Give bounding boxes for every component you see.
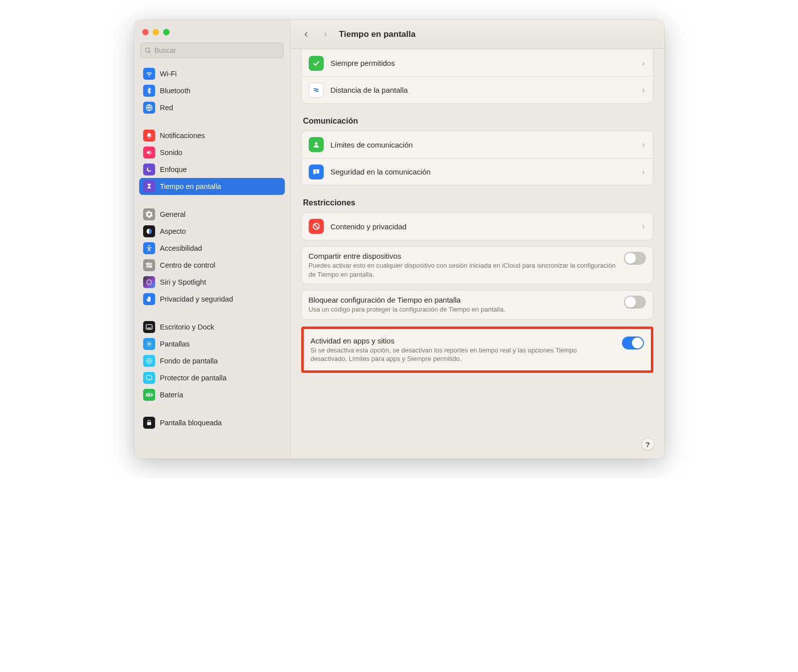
sidebar-item-bluetooth[interactable]: Bluetooth <box>139 82 285 99</box>
svg-rect-28 <box>152 394 152 396</box>
app-website-activity-toggle[interactable] <box>622 336 644 349</box>
svg-rect-33 <box>316 172 317 173</box>
svg-point-5 <box>148 245 150 247</box>
bell-icon <box>143 130 155 142</box>
sidebar-item-lockscreen[interactable]: Pantalla bloqueada <box>139 414 285 431</box>
sidebar-item-dock[interactable]: Escritorio y Dock <box>139 319 285 336</box>
highlighted-region: Actividad en apps y sitios Si se desacti… <box>301 327 653 373</box>
hand-icon <box>143 293 155 305</box>
sidebar-item-label: Red <box>160 104 174 112</box>
sidebar-item-label: Centro de control <box>160 261 215 269</box>
waves-icon <box>309 83 324 98</box>
back-button[interactable] <box>299 27 313 41</box>
row-comm-safety[interactable]: Seguridad en la comunicación › <box>302 158 653 185</box>
sidebar-item-network[interactable]: Red <box>139 99 285 116</box>
svg-line-19 <box>150 345 151 346</box>
search-icon <box>145 47 152 54</box>
lock-settings-card: Bloquear configuración de Tiempo en pant… <box>301 290 653 320</box>
chevron-right-icon: › <box>642 86 645 95</box>
sidebar-item-control-center[interactable]: Centro de control <box>139 257 285 274</box>
svg-point-9 <box>150 266 151 267</box>
section-communication-title: Comunicación <box>303 117 651 126</box>
svg-rect-32 <box>316 170 317 171</box>
sidebar-item-label: Bluetooth <box>160 87 191 95</box>
sidebar-item-label: Protector de pantalla <box>160 374 227 382</box>
sidebar-item-label: Aspecto <box>160 227 186 235</box>
row-comm-limits[interactable]: Límites de comunicación › <box>302 131 653 158</box>
zoom-window-button[interactable] <box>163 29 170 35</box>
row-screen-distance[interactable]: Distancia de la pantalla › <box>302 76 653 103</box>
dock-icon <box>143 321 155 333</box>
sidebar-item-screentime[interactable]: Tiempo en pantalla <box>139 178 285 195</box>
chevron-right-icon: › <box>642 140 645 149</box>
search-field[interactable] <box>140 42 284 58</box>
check-icon <box>309 56 324 71</box>
sidebar-item-siri[interactable]: Siri y Spotlight <box>139 274 285 291</box>
svg-point-22 <box>148 360 150 362</box>
sidebar-item-screensaver[interactable]: Protector de pantalla <box>139 369 285 386</box>
row-label: Compartir entre dispositivos <box>309 252 617 260</box>
sidebar-item-label: Batería <box>160 391 184 399</box>
share-devices-toggle[interactable] <box>624 252 646 265</box>
row-label: Distancia de la pantalla <box>331 86 408 94</box>
content-scroll[interactable]: Siempre permitidos › Distancia de la pan… <box>290 49 664 459</box>
sidebar-item-label: Enfoque <box>160 166 187 173</box>
person-icon <box>309 137 324 152</box>
sidebar-item-sound[interactable]: Sonido <box>139 144 285 161</box>
svg-line-21 <box>150 342 151 342</box>
chevron-right-icon: › <box>642 168 645 176</box>
help-button[interactable]: ? <box>641 438 654 451</box>
row-label: Seguridad en la comunicación <box>331 168 431 176</box>
sidebar-item-general[interactable]: General <box>139 206 285 223</box>
moon-icon <box>143 164 155 175</box>
row-lock-settings: Bloquear configuración de Tiempo en pant… <box>302 291 653 319</box>
minimize-window-button[interactable] <box>153 29 159 35</box>
row-content-privacy[interactable]: Contenido y privacidad › <box>302 213 653 240</box>
svg-line-1 <box>149 51 150 53</box>
svg-point-13 <box>148 343 150 345</box>
sidebar-item-label: Wi-Fi <box>160 70 177 78</box>
lock-settings-toggle[interactable] <box>624 296 646 309</box>
forward-button[interactable] <box>318 27 332 41</box>
sidebar-item-focus[interactable]: Enfoque <box>139 161 285 178</box>
sidebar-item-privacy[interactable]: Privacidad y seguridad <box>139 291 285 308</box>
communication-card: Límites de comunicación › Seguridad en l… <box>301 131 653 185</box>
close-window-button[interactable] <box>142 29 149 35</box>
sidebar-item-displays[interactable]: Pantallas <box>139 336 285 352</box>
bubble-warning-icon <box>309 165 324 179</box>
switches-icon <box>143 259 155 271</box>
row-description: Usa un código para proteger la configura… <box>309 305 617 314</box>
hourglass-icon <box>143 180 155 192</box>
sidebar-item-label: Siri y Spotlight <box>160 278 206 286</box>
appearance-icon <box>143 225 155 237</box>
sidebar-item-appearance[interactable]: Aspecto <box>139 223 285 240</box>
sidebar-item-label: Pantalla bloqueada <box>160 419 222 427</box>
sidebar-item-label: Tiempo en pantalla <box>160 182 221 190</box>
sidebar-item-accessibility[interactable]: Accesibilidad <box>139 240 285 257</box>
sidebar-item-wallpaper[interactable]: Fondo de pantalla <box>139 352 285 369</box>
sidebar-item-label: Privacidad y seguridad <box>160 295 233 303</box>
no-entry-icon <box>309 219 324 234</box>
sidebar-item-battery[interactable]: Batería <box>139 386 285 403</box>
sidebar-item-label: Fondo de pantalla <box>160 357 218 365</box>
row-app-website-activity: Actividad en apps y sitios Si se desacti… <box>304 330 651 370</box>
sidebar-item-label: Notificaciones <box>160 132 205 140</box>
svg-point-31 <box>315 142 317 145</box>
sidebar-item-label: Sonido <box>160 149 183 157</box>
main-panel: Tiempo en pantalla Siempre permitidos › … <box>290 20 664 459</box>
sidebar-item-label: Pantallas <box>160 340 190 348</box>
search-input[interactable] <box>154 46 279 54</box>
svg-line-35 <box>314 224 318 229</box>
speaker-icon <box>143 147 155 159</box>
sidebar-item-notifications[interactable]: Notificaciones <box>139 127 285 144</box>
wallpaper-icon <box>143 355 155 367</box>
gear-icon <box>143 208 155 220</box>
limits-card: Siempre permitidos › Distancia de la pan… <box>301 49 653 104</box>
sidebar-item-wifi[interactable]: Wi-Fi <box>139 65 285 82</box>
display-icon <box>143 338 155 350</box>
sidebar-item-label: Accesibilidad <box>160 244 202 252</box>
sidebar-nav: Wi-Fi Bluetooth Red Notificaciones <box>134 63 290 443</box>
row-label: Límites de comunicación <box>331 141 413 149</box>
sidebar-item-label: General <box>160 210 186 218</box>
row-always-allowed[interactable]: Siempre permitidos › <box>302 49 653 76</box>
